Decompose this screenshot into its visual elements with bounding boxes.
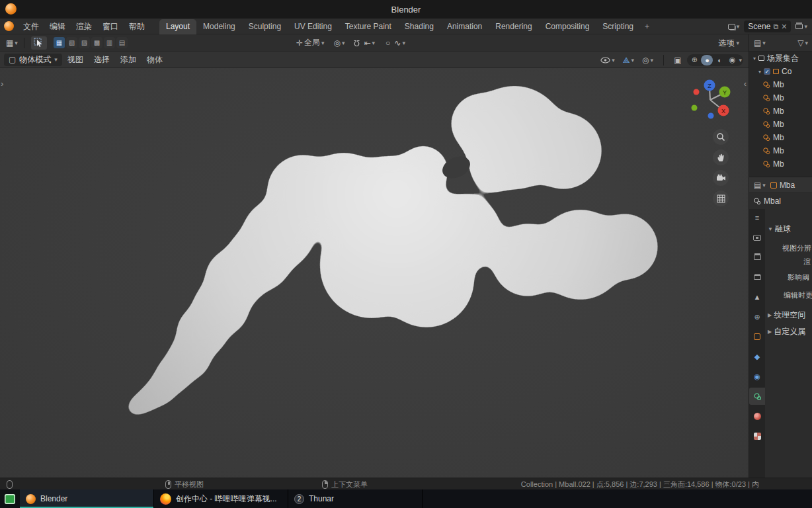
menu-add[interactable]: 添加 xyxy=(115,52,142,67)
collection-checkbox[interactable]: ✓ xyxy=(764,68,770,75)
snap-toggle-button[interactable]: Ω xyxy=(352,38,362,48)
properties-breadcrumb[interactable]: Mbal xyxy=(749,193,812,209)
visibility-dropdown[interactable]: ▾ xyxy=(598,57,617,64)
editor-type-button[interactable]: ▦▾ xyxy=(4,38,20,48)
tab-animation[interactable]: Animation xyxy=(440,19,489,34)
outliner-row-mball[interactable]: Mb xyxy=(749,91,812,105)
options-dropdown[interactable]: 选项▾ xyxy=(718,34,739,52)
axis-neg-z-icon[interactable] xyxy=(708,113,714,119)
taskbar-item-blender[interactable]: Blender xyxy=(20,489,154,508)
menu-edit[interactable]: 编辑 xyxy=(44,19,71,34)
outliner-editor-type-button[interactable]: ▤▾ xyxy=(752,38,768,48)
menu-render[interactable]: 渲染 xyxy=(71,19,97,34)
outliner-row-collection[interactable]: ▾ ✓ Co xyxy=(749,65,812,78)
tab-data-metaball[interactable] xyxy=(749,388,765,405)
workspace-pager-button[interactable] xyxy=(0,489,20,508)
tab-render[interactable] xyxy=(749,229,765,246)
menu-object[interactable]: 物体 xyxy=(142,52,168,67)
tab-shading[interactable]: Shading xyxy=(398,19,440,34)
tab-uv-editing[interactable]: UV Editing xyxy=(288,19,339,34)
tab-texture-paint[interactable]: Texture Paint xyxy=(339,19,398,34)
pan-button[interactable] xyxy=(713,149,729,165)
snap-target-dropdown[interactable]: ⇤▾ xyxy=(362,38,377,48)
select-mode-intersect-icon[interactable]: ▥ xyxy=(104,37,115,48)
field-update-on-edit[interactable]: 编辑时更 xyxy=(784,290,812,300)
ortho-toggle-button[interactable] xyxy=(713,190,729,206)
tab-compositing[interactable]: Compositing xyxy=(539,19,596,34)
shading-rendered-button[interactable]: ◉ xyxy=(726,55,738,65)
viewport-3d[interactable]: › ‹ xyxy=(0,68,749,478)
disclosure-triangle-icon[interactable]: ▾ xyxy=(758,69,761,75)
taskbar-item-thunar[interactable]: 2 Thunar xyxy=(288,489,423,508)
outliner-row-mball[interactable]: Mb xyxy=(749,131,812,144)
tab-object[interactable] xyxy=(749,328,765,345)
outliner-row-mball[interactable]: Mb xyxy=(749,118,812,131)
add-workspace-button[interactable]: + xyxy=(640,19,654,34)
scene-name-field[interactable]: Scene ⧉ ✕ xyxy=(744,21,791,32)
metaball-object[interactable] xyxy=(0,68,749,478)
select-mode-invert-icon[interactable]: ▩ xyxy=(91,37,102,48)
shading-wireframe-button[interactable]: ⊕ xyxy=(688,55,700,65)
tab-output[interactable] xyxy=(749,249,765,266)
tab-tool[interactable]: ≡ xyxy=(749,209,765,226)
outliner-row-mball[interactable]: Mb xyxy=(749,157,812,171)
tab-scripting[interactable]: Scripting xyxy=(596,19,640,34)
transform-orientation-dropdown[interactable]: ✛ 全局 ▾ xyxy=(294,37,327,48)
blender-app-menu-button[interactable] xyxy=(0,21,18,31)
tab-rendering[interactable]: Rendering xyxy=(489,19,538,34)
tab-modifiers[interactable]: ◆ xyxy=(749,348,765,365)
axis-neg-x-icon[interactable] xyxy=(694,89,700,95)
field-resolution-viewport[interactable]: 视图分辨 xyxy=(782,243,812,253)
pivot-point-dropdown[interactable]: ◎▾ xyxy=(331,38,346,48)
proportional-falloff-dropdown[interactable]: ∿▾ xyxy=(392,38,407,48)
shading-solid-button[interactable]: ● xyxy=(701,55,713,65)
outliner-row-mball[interactable]: Mb xyxy=(749,78,812,91)
outliner-row-mball[interactable]: Mb xyxy=(749,144,812,157)
scene-browse-button[interactable]: ▾ xyxy=(726,23,742,30)
new-scene-icon[interactable]: ⧉ xyxy=(773,22,778,31)
select-mode-difference-icon[interactable]: ▤ xyxy=(116,37,128,48)
field-resolution-render[interactable]: 渲 xyxy=(803,257,812,267)
shading-material-button[interactable]: ◐ xyxy=(713,55,725,65)
disclosure-triangle-icon[interactable]: ▾ xyxy=(753,56,756,62)
mode-dropdown[interactable]: ▢ 物体模式 ▾ xyxy=(4,54,62,66)
select-mode-extend-icon[interactable]: ▧ xyxy=(66,37,77,48)
window-titlebar[interactable]: Blender xyxy=(0,0,812,19)
menu-view[interactable]: 视图 xyxy=(62,52,89,67)
proportional-edit-toggle[interactable]: ○ xyxy=(384,38,392,48)
gizmos-dropdown[interactable]: ⟁▾ xyxy=(621,56,636,65)
view-layer-button[interactable]: ▾ xyxy=(793,23,809,30)
axis-neg-y-icon[interactable] xyxy=(692,105,698,111)
taskbar-item-firefox[interactable]: 创作中心 - 哔哩哔哩弹幕视... xyxy=(154,489,288,508)
tab-scene[interactable]: ▲ xyxy=(749,288,765,306)
camera-view-button[interactable] xyxy=(713,170,729,186)
menu-help[interactable]: 帮助 xyxy=(124,19,150,34)
panel-texture-space[interactable]: ▶ 纹理空间 xyxy=(768,310,805,321)
tab-texture[interactable] xyxy=(749,427,765,444)
tab-view-layer[interactable] xyxy=(749,269,765,286)
tab-physics[interactable]: ◉ xyxy=(749,368,765,385)
panel-metaball[interactable]: ▼ 融球 xyxy=(768,224,791,235)
tab-modeling[interactable]: Modeling xyxy=(196,19,242,34)
select-tweak-tool-button[interactable] xyxy=(31,36,47,50)
menu-window[interactable]: 窗口 xyxy=(97,19,124,34)
menu-file[interactable]: 文件 xyxy=(18,19,44,34)
overlays-dropdown[interactable]: ◎▾ xyxy=(640,56,655,65)
outliner-row-mball[interactable]: Mb xyxy=(749,105,812,118)
tab-world[interactable]: ⊕ xyxy=(749,308,765,325)
menu-select[interactable]: 选择 xyxy=(89,52,115,67)
field-influence-threshold[interactable]: 影响阈 xyxy=(788,273,812,282)
outliner-row-scene-collection[interactable]: ▾ 场景集合 xyxy=(749,52,812,65)
outliner-filter-button[interactable]: ▽▾ xyxy=(795,38,810,48)
unlink-scene-icon[interactable]: ✕ xyxy=(781,22,787,31)
select-mode-new-icon[interactable]: ▦ xyxy=(54,37,65,48)
select-mode-subtract-icon[interactable]: ▨ xyxy=(79,37,90,48)
tab-layout[interactable]: Layout xyxy=(159,19,196,34)
properties-editor-type-button[interactable]: ▤▾ xyxy=(752,181,768,190)
zoom-button[interactable] xyxy=(713,129,729,145)
panel-custom-properties[interactable]: ▶ 自定义属 xyxy=(768,326,805,337)
tab-material[interactable] xyxy=(749,407,765,425)
xray-toggle-button[interactable]: ▣ xyxy=(672,56,683,65)
tab-sculpting[interactable]: Sculpting xyxy=(242,19,288,34)
navigation-gizmo[interactable]: Z Y X xyxy=(689,77,733,121)
